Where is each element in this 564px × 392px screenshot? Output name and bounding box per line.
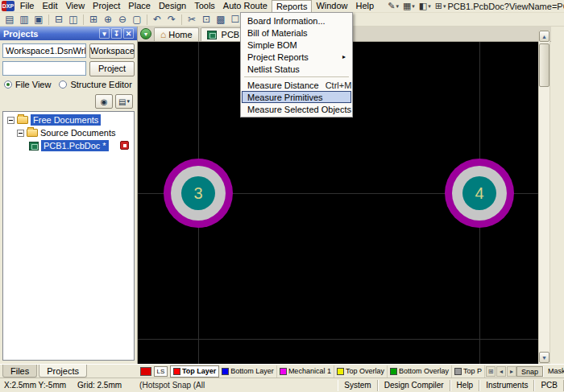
menu-auto-route[interactable]: Auto Route <box>219 0 272 12</box>
menu-project[interactable]: Project <box>89 0 124 12</box>
dxp-menu-icon[interactable]: DXP <box>2 1 15 11</box>
select-icon: ☐ <box>231 14 240 25</box>
scroll-right-icon: ▸ <box>510 368 513 375</box>
scroll-down-button[interactable]: ▼ <box>539 352 549 363</box>
zoom-in-icon: ⊕ <box>104 14 112 25</box>
layer-sets-button[interactable]: LS <box>154 366 168 377</box>
tab-home[interactable]: ⌂ Home <box>154 27 199 41</box>
drawing-tools-button[interactable]: ✎▾ <box>386 1 400 12</box>
menu-view[interactable]: View <box>61 0 89 12</box>
layer-tab-top-overlay[interactable]: Top Overlay <box>334 365 388 378</box>
menu-edit[interactable]: Edit <box>38 0 61 12</box>
menu-item-measure-selected-objects[interactable]: Measure Selected Objects <box>242 103 351 115</box>
zoom-out-button[interactable]: ⊖ <box>115 14 130 26</box>
collapse-icon[interactable] <box>17 130 24 137</box>
system-panel-button[interactable]: System <box>338 380 377 391</box>
panel-pin-button[interactable]: ↧ <box>111 28 122 39</box>
layer-tab-label: Top P <box>463 367 482 375</box>
pad-4[interactable]: 4 <box>445 159 514 228</box>
collapse-icon[interactable] <box>7 117 15 124</box>
layer-tab-bottom-overlay[interactable]: Bottom Overlay <box>388 365 452 378</box>
file-view-radio[interactable] <box>4 80 12 89</box>
document-modified-icon <box>120 141 129 150</box>
menu-design[interactable]: Design <box>155 0 190 12</box>
design-compiler-panel-button[interactable]: Design Compiler <box>378 380 450 391</box>
layer-tab-top-paste[interactable]: Top P <box>452 365 485 378</box>
layer-sets-dropdown[interactable]: ⊞ <box>486 366 496 377</box>
menu-item-bill-of-materials[interactable]: Bill of Materials <box>242 27 351 39</box>
menu-item-project-reports[interactable]: Project Reports ▸ <box>242 51 351 63</box>
menu-separator <box>244 76 349 77</box>
menu-place[interactable]: Place <box>124 0 155 12</box>
menu-window[interactable]: Window <box>312 0 351 12</box>
vertical-scrollbar[interactable]: ▲ ▼ <box>538 30 550 364</box>
tree-item-label: PCB1.PcbDoc * <box>41 140 109 151</box>
redo-button[interactable]: ↷ <box>164 14 179 26</box>
menu-item-measure-primitives[interactable]: Measure Primitives <box>242 91 351 103</box>
menu-item-simple-bom[interactable]: Simple BOM <box>242 39 351 51</box>
menu-reports[interactable]: Reports <box>272 0 313 12</box>
zoom-in-button[interactable]: ⊕ <box>101 14 115 26</box>
zoom-window-button[interactable]: ⊞ <box>86 14 101 26</box>
menu-file[interactable]: File <box>16 0 39 12</box>
grid-tools-button[interactable]: ⊞▾ <box>433 1 448 12</box>
open-project-button[interactable]: ▤ <box>2 14 17 26</box>
copy-button[interactable]: ⊡ <box>199 14 214 26</box>
fit-document-button[interactable]: ▢ <box>130 14 144 26</box>
placement-tools-button[interactable]: ▦▾ <box>401 1 417 12</box>
layer-scroll-left[interactable]: ◂ <box>496 366 506 377</box>
layer-scroll-right[interactable]: ▸ <box>507 366 516 377</box>
workspace-button[interactable]: Workspace <box>89 43 135 59</box>
print-preview-button[interactable]: ◫ <box>66 14 81 26</box>
tab-files[interactable]: Files <box>2 365 37 378</box>
menu-item-label: Bill of Materials <box>247 28 346 38</box>
pcb-panel-button[interactable]: PCB <box>534 380 564 391</box>
structure-editor-radio[interactable] <box>59 80 67 89</box>
room-tools-button[interactable]: ◧▾ <box>417 1 433 12</box>
drawing-tools-icon: ✎ <box>388 1 395 11</box>
menu-item-label: Project Reports <box>247 52 336 62</box>
tree-item-free-documents[interactable]: Free Documents <box>3 113 134 126</box>
menu-tools[interactable]: Tools <box>190 0 219 12</box>
panel-options-button[interactable]: ▤▾ <box>115 94 133 109</box>
room-tools-icon: ◧ <box>419 1 427 11</box>
menu-item-netlist-status[interactable]: Netlist Status <box>242 63 351 75</box>
paste-button[interactable]: ▩ <box>214 14 228 26</box>
menu-item-board-information[interactable]: Board Information... <box>242 14 351 27</box>
layer-tab-label: Bottom Overlay <box>399 367 449 375</box>
preview-button[interactable]: ◉ <box>95 94 113 109</box>
mask-level-button[interactable]: Mask Level <box>543 366 564 377</box>
snap-button[interactable]: Snap <box>516 366 543 377</box>
pad-3[interactable]: 3 <box>164 159 233 228</box>
tree-item-pcb1[interactable]: PCB1.PcbDoc * <box>3 139 134 152</box>
layer-bar: LS Top Layer Bottom Layer Mechanical 1 T… <box>138 364 564 378</box>
tab-list-button[interactable]: ▾ <box>140 28 151 39</box>
toolbar-separator <box>181 14 182 25</box>
layers-icon: ▤ <box>118 97 126 106</box>
save-button[interactable]: ▣ <box>31 14 46 26</box>
layer-tab-top-layer[interactable]: Top Layer <box>170 365 219 378</box>
cut-button[interactable]: ✂ <box>185 14 199 26</box>
print-button[interactable]: ⊟ <box>52 14 66 26</box>
help-panel-button[interactable]: Help <box>450 380 480 391</box>
tab-projects[interactable]: Projects <box>39 365 87 378</box>
instruments-panel-button[interactable]: Instruments <box>479 380 534 391</box>
open-document-button[interactable]: ▥ <box>17 14 31 26</box>
file-view-label: File View <box>15 80 51 89</box>
layer-tab-bottom-layer[interactable]: Bottom Layer <box>219 365 277 378</box>
menu-item-measure-distance[interactable]: Measure Distance Ctrl+M <box>242 79 351 91</box>
project-button[interactable]: Project <box>89 61 135 76</box>
layer-tab-mechanical-1[interactable]: Mechanical 1 <box>277 365 334 378</box>
panel-menu-button[interactable]: ▾ <box>99 28 110 39</box>
grid-tools-icon: ⊞ <box>435 1 442 11</box>
scrollbar-thumb[interactable] <box>539 43 549 87</box>
menu-help[interactable]: Help <box>352 0 379 12</box>
menu-item-label: Board Information... <box>247 16 346 26</box>
undo-button[interactable]: ↶ <box>150 14 164 26</box>
project-combobox[interactable] <box>2 61 86 76</box>
reports-menu: Board Information... Bill of Materials S… <box>240 12 353 118</box>
scroll-up-button[interactable]: ▲ <box>539 31 549 42</box>
panel-close-button[interactable]: ✕ <box>123 28 134 39</box>
workspace-combobox[interactable]: Workspace1.DsnWrk <box>2 43 86 58</box>
tree-item-source-documents[interactable]: Source Documents <box>3 126 134 139</box>
